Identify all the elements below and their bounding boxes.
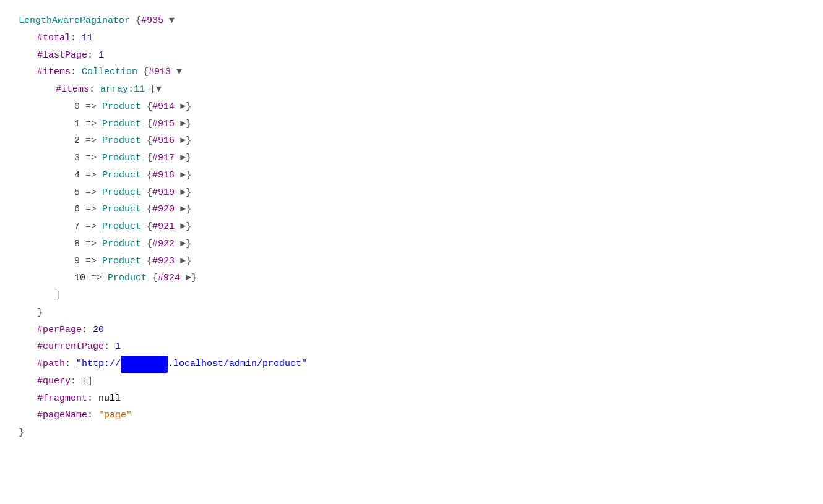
item-brace-close: }	[186, 253, 191, 270]
root-brace-open: {	[136, 12, 141, 30]
currentpage-value: 1	[115, 338, 121, 356]
items-colon: :	[71, 64, 82, 81]
item-brace-open: {	[147, 253, 152, 270]
fragment-prop: #fragment	[37, 390, 87, 408]
pagename-line: #pageName : "page"	[19, 407, 804, 424]
collection-brace-close: }	[37, 304, 43, 322]
item-toggle[interactable]: ►	[180, 184, 186, 202]
item-toggle[interactable]: ►	[180, 116, 186, 133]
total-line: #total : 11	[19, 30, 804, 47]
item-class: Product	[102, 201, 141, 218]
item-brace-open: {	[147, 150, 152, 167]
item-class: Product	[102, 184, 141, 202]
items-space	[137, 64, 143, 81]
item-arrow: =>	[80, 184, 102, 202]
item-arrow: =>	[80, 201, 102, 218]
item-index: 2	[74, 132, 80, 150]
item-index: 7	[74, 218, 80, 236]
items-items-bracket[interactable]: [▼	[150, 81, 162, 98]
items-toggle[interactable]: ▼	[176, 64, 182, 81]
pagename-prop: #pageName	[37, 407, 87, 424]
lastpage-value: 1	[98, 47, 104, 64]
query-line: #query : []	[19, 373, 804, 390]
item-toggle[interactable]: ►	[180, 218, 186, 236]
item-toggle[interactable]: ►	[180, 98, 186, 116]
items-class: Collection	[82, 64, 137, 81]
items-prop: #items	[37, 64, 71, 81]
item-arrow: =>	[80, 116, 102, 133]
item-toggle[interactable]: ►	[180, 236, 186, 253]
item-brace-open: {	[147, 167, 152, 184]
item-index: 4	[74, 167, 80, 184]
bracket-close: ]	[56, 287, 61, 304]
total-prop: #total	[37, 30, 71, 47]
currentpage-prop: #currentPage	[37, 338, 104, 356]
item-hash-id: #916	[152, 132, 175, 150]
item-hash-id: #915	[152, 116, 175, 133]
list-item: 6 => Product {#920 ►}	[19, 201, 804, 218]
list-item: 5 => Product {#919 ►}	[19, 184, 804, 202]
item-brace-close: }	[186, 116, 191, 133]
path-url-suffix[interactable]: .localhost/admin/product"	[168, 356, 307, 373]
item-toggle[interactable]: ►	[180, 201, 186, 218]
lastpage-colon: :	[87, 47, 98, 64]
item-hash-id: #921	[152, 218, 175, 236]
list-item: 7 => Product {#921 ►}	[19, 218, 804, 236]
path-prop: #path	[37, 356, 65, 373]
item-arrow: =>	[85, 270, 108, 287]
path-colon: :	[65, 356, 76, 373]
items-items-space	[145, 81, 150, 98]
item-toggle[interactable]: ►	[186, 270, 191, 287]
items-items-type: array:11	[100, 81, 145, 98]
currentpage-line: #currentPage : 1	[19, 338, 804, 356]
item-brace-open: {	[147, 201, 152, 218]
list-item: 9 => Product {#923 ►}	[19, 253, 804, 270]
item-brace-close: }	[186, 184, 191, 202]
items-items-prop: #items	[56, 81, 89, 98]
item-toggle[interactable]: ►	[180, 150, 186, 167]
root-space2	[163, 12, 169, 30]
item-toggle[interactable]: ►	[180, 132, 186, 150]
item-hash-id: #919	[152, 184, 175, 202]
item-arrow: =>	[80, 218, 102, 236]
path-line: #path : "http://REDACTED.localhost/admin…	[19, 356, 804, 373]
item-class: Product	[102, 98, 141, 116]
item-class: Product	[102, 253, 141, 270]
currentpage-colon: :	[104, 338, 115, 356]
item-arrow: =>	[80, 98, 102, 116]
list-item: 1 => Product {#915 ►}	[19, 116, 804, 133]
perpage-colon: :	[82, 322, 93, 339]
query-prop: #query	[37, 373, 71, 390]
item-class: Product	[102, 218, 141, 236]
items-brace-open: {	[143, 64, 149, 81]
items-space2	[171, 64, 176, 81]
array-close-bracket: ]	[19, 287, 804, 304]
root-brace-close: }	[19, 424, 24, 442]
item-brace-close: }	[186, 98, 191, 116]
item-class: Product	[102, 150, 141, 167]
query-colon: :	[71, 373, 82, 390]
item-brace-open: {	[147, 132, 152, 150]
item-index: 3	[74, 150, 80, 167]
perpage-prop: #perPage	[37, 322, 82, 339]
item-brace-open: {	[152, 270, 158, 287]
item-class: Product	[102, 116, 141, 133]
root-hash-id: #935	[141, 12, 163, 30]
item-arrow: =>	[80, 253, 102, 270]
item-index: 6	[74, 201, 80, 218]
perpage-value: 20	[93, 322, 104, 339]
path-url-redacted[interactable]: REDACTED	[121, 356, 168, 373]
item-brace-close: }	[186, 132, 191, 150]
root-close-brace: }	[19, 424, 804, 442]
collection-close-brace: }	[19, 304, 804, 322]
item-index: 8	[74, 236, 80, 253]
root-toggle[interactable]: ▼	[169, 12, 175, 30]
item-class: Product	[102, 236, 141, 253]
fragment-value: null	[98, 390, 121, 408]
list-item: 10 => Product {#924 ►}	[19, 270, 804, 287]
path-url-prefix[interactable]: "http://	[76, 356, 121, 373]
root-space	[130, 12, 136, 30]
item-index: 0	[74, 98, 80, 116]
item-toggle[interactable]: ►	[180, 167, 186, 184]
item-toggle[interactable]: ►	[180, 253, 186, 270]
